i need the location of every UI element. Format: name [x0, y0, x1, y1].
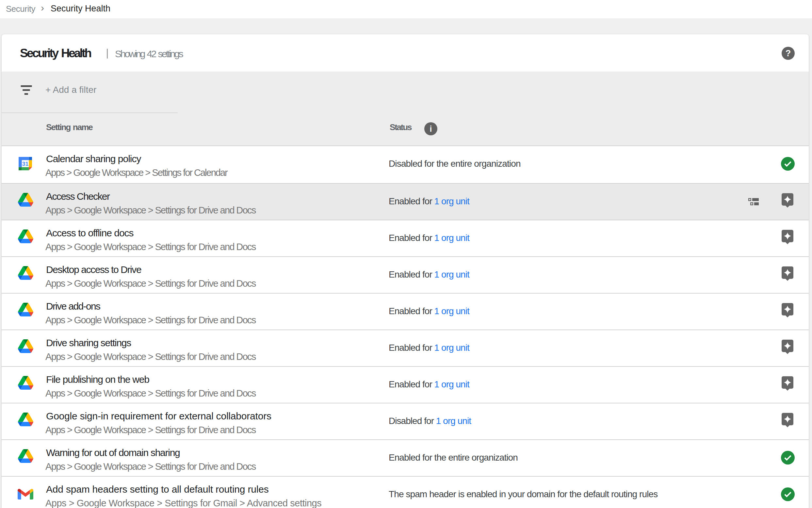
svg-text:31: 31	[22, 161, 29, 167]
